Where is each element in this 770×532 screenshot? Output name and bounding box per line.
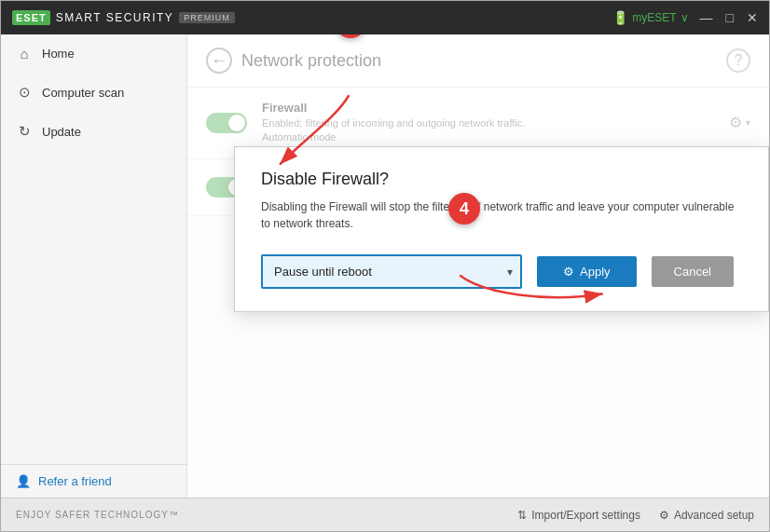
sidebar-label-home: Home (42, 47, 75, 61)
eset-logo-text: ESET (12, 10, 50, 25)
refer-friend-link[interactable]: 👤 Refer a friend (16, 474, 172, 488)
my-eset-link[interactable]: 🔋 myESET ∨ (612, 10, 688, 25)
footer-tagline: ENJOY SAFER TECHNOLOGY™ (16, 510, 179, 520)
title-bar-right: 🔋 myESET ∨ — □ ✕ (612, 10, 758, 25)
title-bar-left: ESET SMART SECURITY PREMIUM (12, 10, 235, 25)
advanced-setup-button[interactable]: ⚙ Advanced setup (659, 509, 754, 522)
maximize-button[interactable]: □ (726, 11, 734, 24)
sidebar-item-computer-scan[interactable]: ⊙ Computer scan (1, 73, 186, 112)
sidebar-bottom: 👤 Refer a friend (1, 464, 186, 498)
cancel-button[interactable]: Cancel (652, 256, 734, 287)
eset-logo: ESET SMART SECURITY PREMIUM (12, 10, 235, 25)
advanced-setup-icon: ⚙ (659, 509, 669, 522)
advanced-setup-label: Advanced setup (674, 509, 754, 522)
sidebar-item-home[interactable]: ⌂ Home (1, 34, 186, 73)
footer-right: ⇅ Import/Export settings ⚙ Advanced setu… (517, 509, 754, 522)
window-controls: — □ ✕ (700, 11, 758, 24)
sidebar-spacer (1, 151, 186, 464)
home-icon: ⌂ (16, 46, 33, 61)
disable-firewall-modal: Disable Firewall? Disabling the Firewall… (234, 146, 769, 312)
pause-duration-select[interactable]: Pause until reboot Pause permanently Pau… (261, 254, 522, 289)
modal-actions: Pause until reboot Pause permanently Pau… (261, 254, 742, 289)
modal-overlay: Disable Firewall? Disabling the Firewall… (187, 34, 769, 498)
update-icon: ↻ (16, 123, 33, 140)
annotation-3: 3 (335, 34, 366, 38)
sidebar: ⌂ Home ⊙ Computer scan ↻ Update 👤 Refer … (1, 34, 187, 498)
premium-badge: PREMIUM (179, 12, 235, 23)
apply-label: Apply (580, 265, 611, 279)
app-name: SMART SECURITY (56, 11, 174, 24)
refer-friend-icon: 👤 (16, 474, 31, 488)
modal-title: Disable Firewall? (261, 170, 742, 189)
content-area: ← Network protection ? Firewal (187, 34, 769, 498)
app-window: ESET SMART SECURITY PREMIUM 🔋 myESET ∨ —… (0, 0, 770, 532)
import-export-icon: ⇅ (517, 509, 527, 522)
scan-icon: ⊙ (16, 84, 33, 101)
apply-icon: ⚙ (563, 265, 574, 279)
sidebar-item-update[interactable]: ↻ Update (1, 112, 186, 151)
modal-description: Disabling the Firewall will stop the fil… (261, 198, 742, 232)
annotation-4: 4 (448, 193, 480, 225)
sidebar-label-scan: Computer scan (42, 86, 124, 100)
pause-dropdown-wrapper: Pause until reboot Pause permanently Pau… (261, 254, 522, 289)
minimize-button[interactable]: — (700, 11, 713, 24)
sidebar-label-update: Update (42, 125, 81, 139)
refer-friend-label: Refer a friend (38, 474, 112, 488)
close-button[interactable]: ✕ (747, 11, 758, 24)
main-area: ⌂ Home ⊙ Computer scan ↻ Update 👤 Refer … (1, 34, 769, 498)
apply-button[interactable]: ⚙ Apply (537, 256, 637, 287)
import-export-label: Import/Export settings (531, 509, 640, 522)
footer: ENJOY SAFER TECHNOLOGY™ ⇅ Import/Export … (1, 498, 769, 531)
title-bar: ESET SMART SECURITY PREMIUM 🔋 myESET ∨ —… (1, 1, 769, 34)
import-export-button[interactable]: ⇅ Import/Export settings (517, 509, 640, 522)
